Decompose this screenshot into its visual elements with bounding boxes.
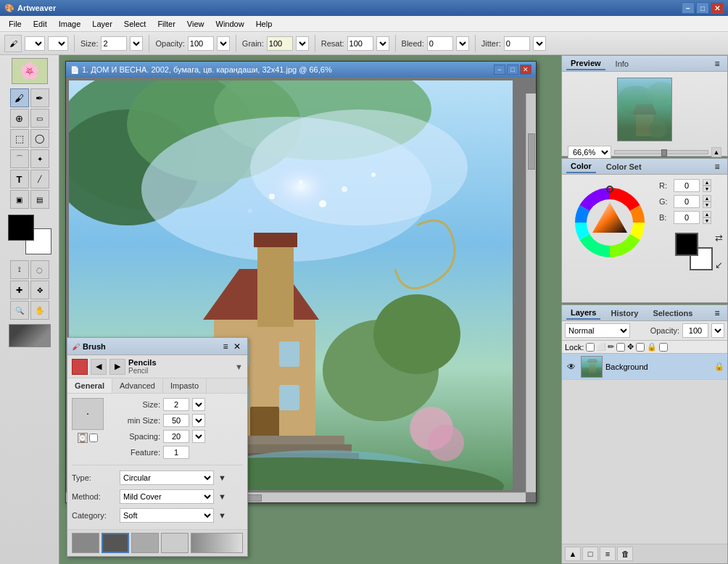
jitter-dropdown[interactable]: [533, 36, 546, 51]
layers-tab[interactable]: Layers: [566, 307, 600, 320]
menu-view[interactable]: View: [181, 18, 210, 30]
lasso-select-icon[interactable]: ⌒: [10, 149, 29, 168]
info-tab[interactable]: Info: [611, 58, 633, 70]
brush-panel-close[interactable]: ✕: [231, 341, 243, 352]
min-size-dropdown[interactable]: [192, 414, 205, 427]
spacing-dropdown[interactable]: [192, 430, 205, 443]
close-button[interactable]: ✕: [711, 2, 724, 14]
size-param-input[interactable]: [163, 398, 189, 411]
color-set-tab[interactable]: Color Set: [602, 161, 646, 173]
r-spin-up[interactable]: ▲: [703, 179, 711, 186]
r-input[interactable]: [674, 179, 700, 192]
grain-dropdown[interactable]: [296, 36, 309, 51]
b-input[interactable]: [674, 211, 700, 224]
menu-filter[interactable]: Filter: [152, 18, 181, 30]
method-field-select[interactable]: Mild Cover: [120, 489, 214, 504]
color-tab[interactable]: Color: [566, 160, 596, 173]
brush-select[interactable]: [25, 36, 45, 51]
smudge-icon[interactable]: ⟟: [10, 260, 29, 279]
opacity-input[interactable]: [188, 36, 214, 51]
zoom-icon[interactable]: 🔍: [10, 301, 29, 320]
hand-icon[interactable]: ✋: [30, 301, 49, 320]
brush-panel-header[interactable]: 🖌 Brush ≡ ✕: [67, 338, 247, 355]
b-spin-up[interactable]: ▲: [703, 211, 711, 217]
magic-wand-icon[interactable]: ✦: [30, 149, 49, 168]
doc-maximize-button[interactable]: □: [507, 65, 518, 75]
brush-thumb-2[interactable]: [102, 533, 129, 553]
brush-thumb-4[interactable]: [161, 533, 189, 553]
size-param-dropdown[interactable]: [192, 398, 205, 411]
menu-layer[interactable]: Layer: [86, 18, 118, 30]
opacity-dropdown[interactable]: [217, 36, 230, 51]
brush-dropdown-icon[interactable]: ▼: [235, 362, 243, 371]
brush-checkbox[interactable]: [89, 434, 98, 442]
resat-dropdown[interactable]: [376, 36, 389, 51]
r-spin-down[interactable]: ▼: [703, 186, 711, 192]
brush-color-icon[interactable]: [72, 359, 88, 375]
paint-bucket-icon[interactable]: ▣: [10, 190, 29, 209]
history-tab[interactable]: History: [606, 307, 642, 319]
doc-close-button[interactable]: ✕: [520, 65, 531, 75]
g-input[interactable]: [674, 195, 700, 208]
layer-menu-btn[interactable]: ≡: [600, 547, 616, 561]
opacity-input[interactable]: [682, 323, 708, 338]
brush-clock-icon[interactable]: ⌚: [78, 433, 88, 443]
zoom-select[interactable]: 66,6%: [568, 146, 611, 159]
size-dropdown[interactable]: [130, 36, 143, 51]
maximize-button[interactable]: □: [696, 2, 709, 14]
layer-lock-icon[interactable]: 🔒: [714, 362, 724, 371]
move-icon[interactable]: ✥: [30, 281, 49, 299]
g-spin-down[interactable]: ▼: [703, 202, 711, 208]
ellipse-select-icon[interactable]: ◯: [30, 129, 49, 148]
brush-thumb-3[interactable]: [131, 533, 159, 553]
min-size-param-input[interactable]: [163, 414, 189, 427]
bleed-dropdown[interactable]: [456, 36, 469, 51]
swap-colors-icon[interactable]: ⇄: [715, 233, 723, 244]
layer-move-up-btn[interactable]: ▲: [565, 547, 581, 561]
brush-thumb-1[interactable]: [72, 533, 99, 553]
fg-color-swatch[interactable]: [675, 233, 698, 256]
lock-paint-check[interactable]: [616, 343, 625, 352]
rect-select-icon[interactable]: ⬚: [10, 129, 29, 148]
layer-row-background[interactable]: 👁 Background 🔒: [562, 354, 727, 380]
zoom-slider[interactable]: [614, 150, 708, 154]
brush-panel-options[interactable]: ≡: [220, 341, 231, 352]
color-options-btn[interactable]: ≡: [711, 161, 723, 173]
feature-param-input[interactable]: [163, 446, 189, 459]
doc-minimize-button[interactable]: −: [494, 65, 505, 75]
line-icon[interactable]: ╱: [30, 170, 49, 188]
size-input[interactable]: [101, 36, 127, 51]
menu-edit[interactable]: Edit: [28, 18, 53, 30]
preview-options-btn[interactable]: ≡: [711, 58, 723, 70]
grain-input[interactable]: [267, 36, 293, 51]
layers-options-btn[interactable]: ≡: [711, 307, 723, 319]
gradient-icon[interactable]: ▤: [30, 190, 49, 209]
menu-select[interactable]: Select: [118, 18, 152, 30]
selections-tab[interactable]: Selections: [648, 307, 697, 319]
minimize-button[interactable]: −: [682, 2, 695, 14]
type-field-select[interactable]: Circular: [120, 470, 214, 485]
menu-help[interactable]: Help: [250, 18, 278, 30]
eraser-icon[interactable]: ▭: [30, 109, 49, 128]
clone-stamp-icon[interactable]: ⊕: [10, 109, 29, 128]
category-field-select[interactable]: Soft: [120, 508, 214, 523]
color-extra-icon[interactable]: ↙: [715, 260, 723, 270]
eyedropper-icon[interactable]: ✚: [10, 281, 29, 299]
brush-tab-advanced[interactable]: Advanced: [112, 378, 163, 393]
resat-input[interactable]: [347, 36, 373, 51]
preview-tab[interactable]: Preview: [566, 57, 605, 70]
layer-new-btn[interactable]: □: [582, 547, 598, 561]
airbrush-tool-icon[interactable]: ✒: [30, 88, 49, 107]
brush-tool-btn[interactable]: 🖌: [4, 35, 22, 52]
brush-size-dropdown[interactable]: [48, 36, 68, 51]
brush-tool-icon[interactable]: 🖌: [10, 88, 29, 107]
b-spin-down[interactable]: ▼: [703, 217, 711, 224]
g-spin-up[interactable]: ▲: [703, 195, 711, 202]
lock-all-check[interactable]: [659, 343, 668, 352]
spacing-param-input[interactable]: [163, 430, 189, 443]
jitter-input[interactable]: [504, 36, 530, 51]
layer-visibility-btn[interactable]: 👁: [565, 360, 578, 373]
menu-window[interactable]: Window: [210, 18, 250, 30]
brush-tab-impasto[interactable]: Impasto: [163, 378, 207, 393]
canvas-scroll-y[interactable]: [526, 94, 536, 492]
